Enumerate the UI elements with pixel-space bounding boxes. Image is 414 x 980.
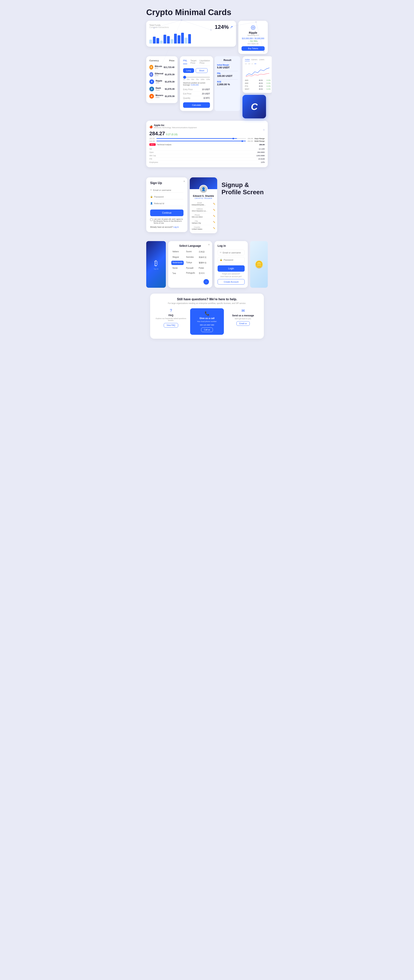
language-item[interactable]: Magyar	[171, 255, 184, 259]
language-close-button[interactable]: ×	[208, 243, 210, 246]
language-item[interactable]: Polski	[197, 266, 209, 270]
signup-close-button[interactable]: ×	[183, 180, 185, 183]
currency-icon: B	[150, 65, 153, 70]
email-input[interactable]	[153, 189, 183, 191]
forgot-password-link[interactable]: Forgot your password?	[218, 273, 245, 275]
edit-field-icon[interactable]: ✏️	[213, 221, 215, 223]
total-funds-sublabel: Complete transactions	[150, 26, 169, 29]
long-button[interactable]: Long	[183, 68, 194, 73]
language-item[interactable]: 日本語	[197, 250, 209, 254]
currency-list-item: R Ripple XPR $1,070.39	[150, 78, 174, 86]
login-username-input[interactable]	[223, 251, 242, 254]
ripple-name: Ripple	[242, 31, 264, 34]
edit-field-icon[interactable]: ✏️	[213, 203, 215, 205]
pnl-card: PNL Target Price Liquidation Price Long …	[180, 56, 213, 111]
stock-list-item: MSDT 46.54 +3.9%	[245, 88, 271, 91]
language-item[interactable]: Türkçe	[185, 261, 196, 265]
tab-pnl[interactable]: PNL	[183, 59, 187, 64]
terms-checkbox[interactable]	[150, 218, 153, 221]
crypto-3d-icon: 🪙	[255, 260, 263, 269]
language-item[interactable]: Suomi	[185, 250, 196, 254]
avatar: 👤	[199, 185, 208, 194]
bar-chart	[150, 32, 233, 43]
buy-tokens-button[interactable]: Buy Tokens	[242, 46, 264, 51]
lock-icon: 🔒	[150, 196, 153, 198]
pnl-result: PNL 100.00 USDT	[217, 72, 238, 78]
language-item[interactable]: Italiano	[171, 250, 184, 254]
help-item: ? FAQ Explore our frequently asked quest…	[154, 308, 188, 335]
time-1y[interactable]: 1Y	[252, 63, 253, 65]
profile-field-row: Email EdwardShankle@example.com ✏️	[192, 201, 215, 207]
help-phone: 000 123 4567 890	[200, 324, 214, 326]
stock-details: Vol12.12MOpen284.6900Mkt Cap1263.0688P/E…	[150, 147, 264, 164]
leverage-slider-row: 1x 25x 50x 75x 100x 125x	[183, 75, 210, 80]
quantity-field: Quantity 10 BTC	[183, 96, 210, 100]
stock-category: Electronic Technology, Telecommunication…	[154, 127, 197, 129]
time-1m[interactable]: 1M	[248, 63, 250, 65]
password-input[interactable]	[154, 196, 183, 198]
stock-card: 🍎 Apple Inc Electronic Technology, Telec…	[146, 121, 268, 167]
stock-list-item: PTG 46.54 +3.9%	[245, 85, 271, 88]
language-next-button[interactable]: →	[204, 279, 209, 285]
short-button[interactable]: Short	[196, 68, 207, 73]
tab-gainers[interactable]: Gainers	[251, 59, 258, 61]
profile-name: Edward S. Shankle	[192, 195, 215, 197]
edit-field-icon[interactable]: ✏️	[213, 227, 215, 229]
edit-field-icon[interactable]: ✏️	[213, 209, 215, 211]
leverage-slider[interactable]	[183, 77, 210, 78]
profile-field-row: Address 3314 Heavens Lane Sandy Tx MX 87…	[192, 207, 215, 213]
referral-input[interactable]	[154, 202, 183, 205]
stock-detail-row: Vol12.12M	[150, 147, 264, 151]
help-btn[interactable]: View FAQ	[164, 323, 178, 328]
profile-role: CRYPTO TRADER	[192, 197, 215, 199]
language-item[interactable]: 한국어	[197, 271, 209, 275]
currency-icon: M	[150, 94, 154, 99]
login-button[interactable]: Login	[218, 266, 245, 272]
total-funds-card: Total Funds Complete transactions 124% ↗	[146, 21, 236, 47]
week-range-max: 284.89	[247, 140, 253, 142]
help-btn[interactable]: Email us	[236, 321, 250, 326]
help-grid: ? FAQ Explore our frequently asked quest…	[154, 308, 260, 335]
initial-margin-result: Initial Margin 5.00 USDT	[217, 64, 238, 69]
bitcoin-label: Top 25	[154, 268, 158, 270]
profile-field-row: City Sahara City ✏️	[192, 219, 215, 225]
page-title: Crypto Minimal Cards	[146, 8, 268, 17]
signup-title: Sign Up	[150, 181, 183, 185]
language-item[interactable]: Nederlands	[171, 261, 184, 265]
language-item[interactable]: Svenska	[185, 255, 196, 259]
login-password-input[interactable]	[224, 259, 242, 261]
exit-price-field: Exit Price 20 USDT	[183, 92, 210, 96]
email-input-group: ✉	[150, 188, 183, 192]
language-item[interactable]: Русский	[185, 266, 196, 270]
days-range-label: Days Range	[255, 138, 264, 140]
continue-button[interactable]: Continue	[150, 210, 183, 216]
language-item[interactable]: 繁體中文	[197, 261, 209, 265]
signup-text-block: Signup & Profile Screen	[220, 177, 268, 200]
help-btn[interactable]: Call us	[201, 328, 213, 332]
tab-losers[interactable]: Losers	[259, 59, 264, 61]
crypto-3d-image: 🪙	[250, 241, 268, 288]
calculate-button[interactable]: Calculate	[183, 102, 210, 108]
create-account-button[interactable]: Create Account	[218, 279, 245, 285]
language-item[interactable]: 简体中文	[197, 255, 209, 259]
tab-liquidation[interactable]: Liquidation Price	[199, 59, 210, 64]
signup-profile-section: × Sign Up ✉ 🔒 👤 Continue I am over 18 ye…	[142, 172, 272, 239]
technical-label: Technical Analysis	[157, 144, 172, 146]
edit-field-icon[interactable]: ✏️	[213, 215, 215, 217]
language-item[interactable]: ไทย	[171, 271, 184, 275]
login-anchor[interactable]: Log in	[173, 226, 178, 228]
pnl-tabs: PNL Target Price Liquidation Price	[183, 59, 210, 66]
language-item[interactable]: Português	[185, 271, 196, 275]
help-icon: ?	[170, 308, 172, 313]
range-min: 282.82	[150, 138, 155, 140]
time-5y[interactable]: 5Y	[255, 63, 256, 65]
time-1d[interactable]: 1D	[245, 63, 247, 65]
tab-target-price[interactable]: Target Price	[190, 59, 196, 64]
tab-active[interactable]: Active	[245, 59, 250, 61]
stock-detail-row: Employees137k	[150, 161, 264, 164]
bitcoin-symbol: ₿	[154, 259, 158, 267]
login-title: Log in	[218, 244, 245, 247]
help-item-title: Give us a call	[199, 317, 215, 320]
language-item[interactable]: Norsk	[171, 266, 184, 270]
language-card: × Select Language ItalianoSuomi日本語Magyar…	[168, 241, 212, 288]
